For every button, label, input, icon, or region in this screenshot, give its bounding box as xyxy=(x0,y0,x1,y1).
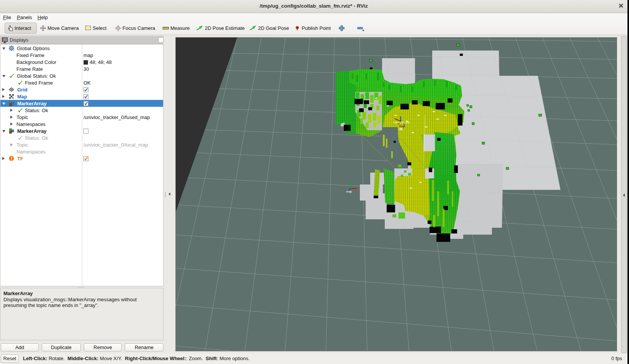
svg-text:map: map xyxy=(346,190,352,193)
svg-text:bas: bas xyxy=(399,128,404,131)
svg-text:camera0_lida: camera0_lida xyxy=(394,121,410,124)
